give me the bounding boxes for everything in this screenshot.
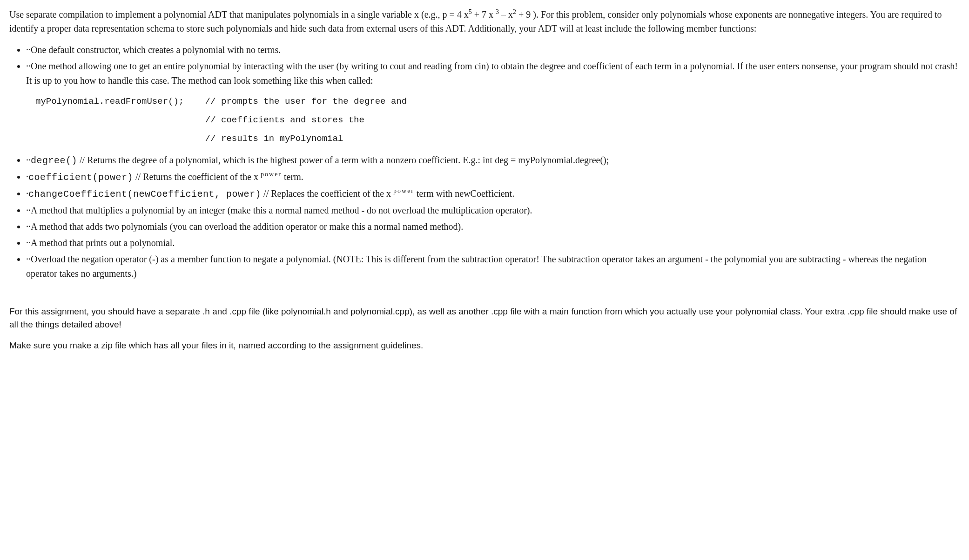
list-item: ··Overload the negation operator (-) as … bbox=[26, 252, 960, 281]
list-item: ··A method that prints out a polynomial. bbox=[26, 236, 960, 250]
list-item-text: ··One method allowing one to get an enti… bbox=[26, 61, 958, 86]
bullet-prefix: ·· bbox=[26, 155, 31, 165]
list-item: ··A method that multiplies a polynomial … bbox=[26, 203, 960, 218]
intro-text-1: Use separate compilation to implement a … bbox=[9, 9, 469, 20]
list-item: ··One default constructor, which creates… bbox=[26, 43, 960, 57]
list-item: ·changeCoefficient(newCoefficient, power… bbox=[26, 187, 960, 201]
footer-paragraph-1: For this assignment, you should have a s… bbox=[9, 305, 960, 332]
list-item: ··degree() // Returns the degree of a po… bbox=[26, 153, 960, 168]
list-item: ··One method allowing one to get an enti… bbox=[26, 59, 960, 148]
intro-exp-1: 5 bbox=[469, 8, 472, 15]
intro-text-2: + 7 x bbox=[472, 9, 496, 20]
list-item: ··A method that adds two polynomials (yo… bbox=[26, 220, 960, 234]
intro-text-3: – x bbox=[499, 9, 513, 20]
inline-code: coefficient(power) bbox=[28, 172, 133, 183]
list-item-rest-a: // Returns the coefficient of the x bbox=[133, 172, 261, 182]
list-item-rest-b: term with newCoefficient. bbox=[414, 188, 514, 199]
intro-paragraph: Use separate compilation to implement a … bbox=[9, 7, 960, 35]
footer-paragraph-2: Make sure you make a zip file which has … bbox=[9, 339, 960, 353]
list-item-rest: // Returns the degree of a polynomial, w… bbox=[77, 155, 609, 165]
power-superscript: power bbox=[261, 171, 282, 178]
list-item: ·coefficient(power) // Returns the coeff… bbox=[26, 170, 960, 185]
list-item-rest-a: // Replaces the coefficient of the x bbox=[261, 188, 393, 199]
list-item-rest-b: term. bbox=[282, 172, 303, 182]
inline-code: degree() bbox=[31, 155, 77, 166]
spacer bbox=[9, 287, 960, 305]
code-example: myPolynomial.readFromUser(); // prompts … bbox=[35, 93, 960, 148]
requirements-list: ··One default constructor, which creates… bbox=[9, 43, 960, 281]
power-superscript: power bbox=[393, 187, 414, 194]
inline-code: changeCoefficient(newCoefficient, power) bbox=[28, 189, 261, 200]
